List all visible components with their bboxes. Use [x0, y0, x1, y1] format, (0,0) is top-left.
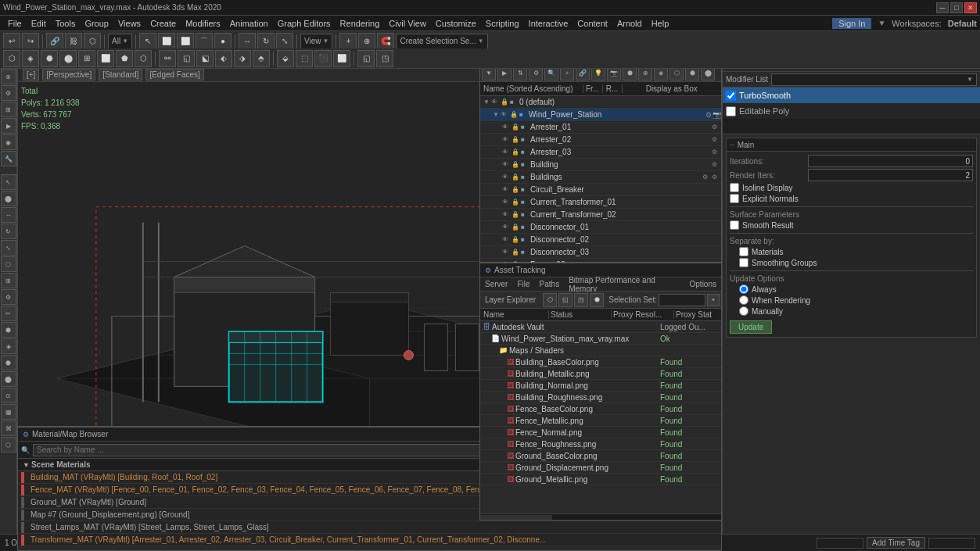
se-row-ct02-lock[interactable]: 🔒: [512, 211, 521, 218]
ts-iterations-input[interactable]: [808, 155, 973, 167]
tb2-btn5[interactable]: ⊞: [78, 50, 95, 67]
select-btn[interactable]: ↖: [139, 33, 156, 50]
menu-file[interactable]: File: [3, 18, 27, 29]
tool11-icon[interactable]: ◈: [1, 338, 16, 354]
tool3-icon[interactable]: ↔: [1, 207, 16, 223]
menu-scripting[interactable]: Scripting: [481, 18, 524, 29]
se-row-buildings-lock[interactable]: 🔒: [512, 174, 521, 181]
se-row-disc03-eye[interactable]: 👁: [502, 249, 512, 256]
se-row-disc02-lock[interactable]: 🔒: [512, 236, 521, 243]
se-row-ct01[interactable]: 👁 🔒 ■ Current_Transformer_01: [480, 196, 721, 209]
viewport-edged-faces-btn[interactable]: [Edged Faces]: [145, 69, 203, 81]
ts-smooth-check[interactable]: [730, 220, 739, 230]
tool8-icon[interactable]: ⚙: [1, 289, 16, 305]
se-row-circuit-lock[interactable]: 🔒: [512, 186, 521, 193]
create-selection-btn[interactable]: Create Selection Se... ▼: [396, 34, 487, 49]
se-row-buildings[interactable]: 👁 🔒 ■ Buildings ⚙ ⚙: [480, 171, 721, 184]
se-row-arrester01[interactable]: 👁 🔒 ■ Arrester_01 ⚙: [480, 121, 721, 134]
snap-btn[interactable]: 🧲: [377, 33, 394, 50]
create-panel-icon[interactable]: ⊕: [1, 69, 16, 84]
tb2-btn1[interactable]: ⬡: [3, 50, 20, 67]
tb2-btn3[interactable]: ⬣: [41, 50, 58, 67]
tb2-btn16[interactable]: ⬚: [296, 50, 313, 67]
at-row-tex2[interactable]: 🖼 Building_Metallic.png Found: [480, 368, 721, 380]
se-row-arrester01-lock[interactable]: 🔒: [512, 123, 521, 131]
hierarchy-panel-icon[interactable]: ⊞: [1, 102, 16, 117]
tb2-btn8[interactable]: ⬡: [135, 50, 152, 67]
menu-tools[interactable]: Tools: [51, 18, 81, 29]
menu-graph-editors[interactable]: Graph Editors: [273, 18, 336, 29]
tool2-icon[interactable]: ⬤: [1, 191, 16, 206]
menu-content[interactable]: Content: [573, 18, 612, 29]
bind-btn[interactable]: ⬡: [84, 33, 101, 50]
at-row-tex6[interactable]: 🖼 Fence_Metallic.png Found: [480, 415, 721, 427]
tool9-icon[interactable]: ✂: [1, 306, 16, 321]
select-region-btn[interactable]: ⬜: [158, 33, 175, 50]
close-btn[interactable]: ✕: [964, 2, 977, 13]
ts-main-header[interactable]: ─ Main: [726, 138, 977, 152]
tb2-btn12[interactable]: ⬖: [215, 50, 232, 67]
se-row-circuit-eye[interactable]: 👁: [502, 186, 512, 193]
se-row-wind-power-eye[interactable]: 👁: [501, 111, 510, 118]
tool6-icon[interactable]: ⬡: [1, 256, 16, 272]
tb2-btn14[interactable]: ⬘: [253, 50, 270, 67]
ts-when-rendering-radio[interactable]: [739, 295, 748, 305]
window-controls[interactable]: ─ □ ✕: [936, 2, 977, 13]
le-btn2[interactable]: ◱: [558, 293, 573, 307]
at-row-vault[interactable]: 🗄 Autodesk Vault Logged Ou...: [480, 321, 721, 333]
at-tab-bitmap[interactable]: Bitmap Performance and Memory: [564, 277, 684, 291]
rotate-btn[interactable]: ↻: [257, 33, 275, 50]
se-row-default-eye[interactable]: 👁: [491, 98, 501, 106]
tool12-icon[interactable]: ⬣: [1, 355, 16, 370]
modifier-stack[interactable]: TurboSmooth Editable Poly: [723, 88, 980, 134]
menu-arnold[interactable]: Arnold: [612, 18, 647, 29]
menu-create[interactable]: Create: [145, 18, 181, 29]
menu-civil-view[interactable]: Civil View: [384, 18, 430, 29]
utilities-panel-icon[interactable]: 🔧: [1, 151, 16, 166]
tb2-btn7[interactable]: ⬟: [116, 50, 133, 67]
se-row-arrester02-eye[interactable]: 👁: [502, 136, 512, 143]
lasso-btn[interactable]: ⌒: [196, 33, 213, 50]
at-row-tex7[interactable]: 🖼 Fence_Normal.png Found: [480, 427, 721, 438]
at-row-tex1[interactable]: 🖼 Building_BaseColor.png Found: [480, 356, 721, 368]
at-row-maps[interactable]: 📁 Maps / Shaders: [480, 345, 721, 356]
se-row-arrester01-eye[interactable]: 👁: [502, 123, 512, 131]
at-scrollbar[interactable]: [480, 513, 721, 520]
create-btn[interactable]: +: [339, 33, 357, 50]
viewport-standard-btn[interactable]: [Standard]: [99, 69, 142, 81]
select-crossing-btn[interactable]: ⬜: [177, 33, 194, 50]
se-row-building-eye[interactable]: 👁: [502, 161, 512, 168]
at-tab-options[interactable]: Options: [685, 277, 721, 291]
se-row-disc02-eye[interactable]: 👁: [502, 236, 512, 243]
ts-materials-check[interactable]: [739, 247, 748, 256]
tb2-btn18[interactable]: ⬜: [333, 50, 350, 67]
menu-animation[interactable]: Animation: [225, 18, 273, 29]
tb2-btn4[interactable]: ⬤: [59, 50, 77, 67]
viewport-plus-btn[interactable]: [+]: [23, 69, 39, 81]
menu-edit[interactable]: Edit: [27, 18, 51, 29]
se-row-ct02[interactable]: 👁 🔒 ■ Current_Transformer_02: [480, 209, 721, 221]
select-link-btn[interactable]: 🔗: [46, 33, 63, 50]
menu-help[interactable]: Help: [647, 18, 674, 29]
le-btn1[interactable]: ⬡: [543, 293, 557, 307]
modifier-turbosmooth[interactable]: TurboSmooth: [723, 88, 980, 103]
se-row-disc01-eye[interactable]: 👁: [502, 224, 512, 231]
at-tab-paths[interactable]: Paths: [535, 277, 565, 291]
at-row-tex3[interactable]: 🖼 Building_Normal.png Found: [480, 380, 721, 392]
tool13-icon[interactable]: ⬤: [1, 371, 16, 387]
se-row-ct01-lock[interactable]: 🔒: [512, 199, 521, 206]
viewport-label-btn[interactable]: View ▼: [300, 34, 332, 49]
se-row-building[interactable]: 👁 🔒 ■ Building ⚙: [480, 159, 721, 171]
unlink-btn[interactable]: ⛓: [65, 33, 82, 50]
se-row-building-lock[interactable]: 🔒: [512, 161, 521, 168]
modifier-list-dropdown[interactable]: ▼: [771, 73, 977, 86]
move-btn[interactable]: ↔: [239, 33, 256, 50]
le-add-set-btn[interactable]: +: [707, 294, 720, 306]
motion-panel-icon[interactable]: ▶: [1, 118, 16, 134]
tb2-btn6[interactable]: ⬜: [97, 50, 114, 67]
at-rows[interactable]: 🗄 Autodesk Vault Logged Ou... 📄 Wind_Pow…: [480, 321, 721, 513]
se-row-arrester02-lock[interactable]: 🔒: [512, 136, 521, 143]
ts-isoline-check[interactable]: [730, 183, 739, 192]
at-row-wpfile[interactable]: 📄 Wind_Power_Station_max_vray.max Ok: [480, 333, 721, 345]
at-row-tex9[interactable]: 🖼 Ground_BaseColor.png Found: [480, 450, 721, 462]
